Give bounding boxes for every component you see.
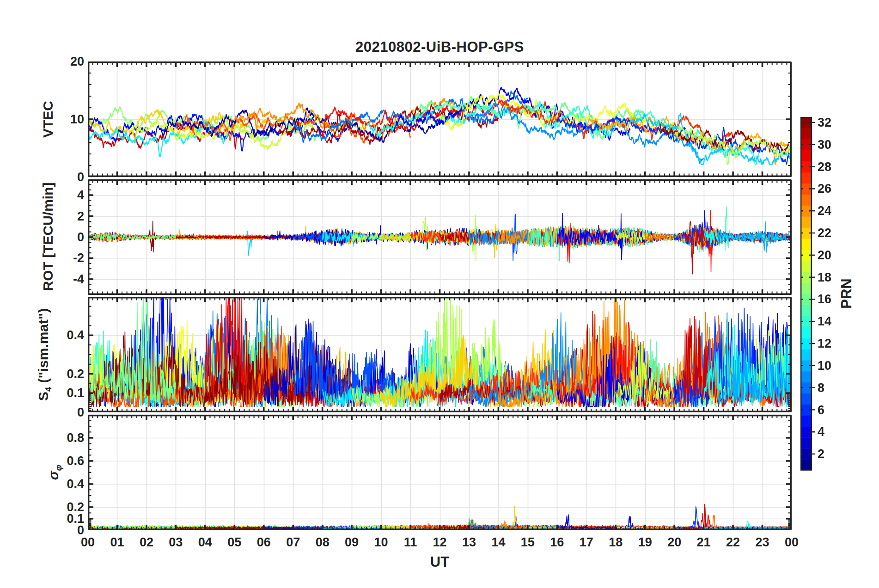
x-tick-label: 20 — [658, 535, 690, 550]
sigma-phi-panel-canvas — [88, 415, 792, 530]
figure-title: 20210802-UiB-HOP-GPS — [88, 39, 792, 55]
x-tick-label: 19 — [629, 535, 661, 550]
x-tick-label: 05 — [218, 535, 250, 550]
x-tick-label: 10 — [365, 535, 397, 550]
x-tick-label: 21 — [688, 535, 720, 550]
y-tick-label: 0 — [43, 170, 84, 184]
x-tick-label: 02 — [130, 535, 163, 550]
y-tick-label: 0.4 — [43, 328, 84, 342]
y-tick-label: 20 — [43, 55, 84, 68]
colorbar-tick-label: 6 — [818, 403, 824, 417]
y-tick-label: 0.8 — [43, 431, 84, 445]
y-tick-label: 0.2 — [43, 500, 84, 514]
colorbar-tick-label: 18 — [818, 270, 831, 284]
x-tick-label: 16 — [541, 535, 573, 550]
x-tick-label: 09 — [336, 535, 368, 550]
colorbar-tick-label: 16 — [818, 292, 831, 306]
x-tick-label: 00 — [775, 535, 808, 550]
x-tick-label: 08 — [306, 535, 339, 550]
gps-scintillation-figure: 20210802-UiB-HOP-GPS VTEC ROT [TECU/min]… — [0, 0, 879, 588]
prn-colorbar-canvas — [800, 117, 818, 471]
colorbar-tick-label: 30 — [818, 138, 831, 152]
x-tick-label: 00 — [72, 535, 104, 550]
x-tick-label: 18 — [599, 535, 632, 550]
colorbar-tick-label: 20 — [818, 248, 831, 262]
y-tick-label: 0 — [43, 405, 84, 419]
colorbar-tick-label: 4 — [818, 425, 824, 439]
y-tick-label: 0.1 — [43, 386, 84, 400]
x-tick-label: 23 — [746, 535, 779, 550]
x-tick-label: 01 — [101, 535, 133, 550]
x-tick-label: 15 — [512, 535, 544, 550]
y-tick-label: 0.2 — [43, 367, 84, 381]
colorbar-tick-label: 22 — [818, 226, 831, 240]
colorbar-tick-label: 14 — [818, 314, 831, 328]
colorbar-tick-label: 24 — [818, 204, 831, 218]
vtec-panel-canvas — [88, 61, 792, 177]
x-tick-label: 12 — [424, 535, 456, 550]
colorbar-tick-label: 26 — [818, 182, 831, 196]
colorbar-tick-label: 2 — [818, 447, 824, 461]
y-tick-label: 0 — [43, 230, 84, 244]
y-tick-label: -2 — [43, 251, 84, 265]
x-tick-label: 04 — [189, 535, 221, 550]
colorbar-tick-label: 28 — [818, 160, 831, 174]
colorbar-tick-label: 32 — [818, 116, 831, 129]
x-tick-label: 07 — [277, 535, 309, 550]
rot-panel-canvas — [88, 179, 792, 295]
y-tick-label: 0.6 — [43, 454, 84, 468]
s4-panel-canvas — [88, 297, 792, 412]
y-tick-label: 4 — [43, 188, 84, 202]
y-tick-label: 2 — [43, 209, 84, 223]
x-tick-label: 03 — [159, 535, 192, 550]
colorbar-tick-label: 12 — [818, 337, 831, 350]
x-tick-label: 14 — [482, 535, 514, 550]
y-tick-label: -4 — [43, 272, 84, 286]
colorbar-label: PRN — [838, 278, 855, 308]
y-tick-label: 0.4 — [43, 477, 84, 491]
x-tick-label: 13 — [453, 535, 485, 550]
y-tick-label: 10 — [43, 112, 84, 126]
colorbar-tick-label: 8 — [818, 381, 824, 395]
x-axis-label: UT — [88, 554, 792, 570]
x-tick-label: 06 — [248, 535, 280, 550]
x-tick-label: 17 — [570, 535, 603, 550]
colorbar-tick-label: 10 — [818, 359, 831, 373]
x-tick-label: 22 — [717, 535, 749, 550]
x-tick-label: 11 — [394, 535, 427, 550]
